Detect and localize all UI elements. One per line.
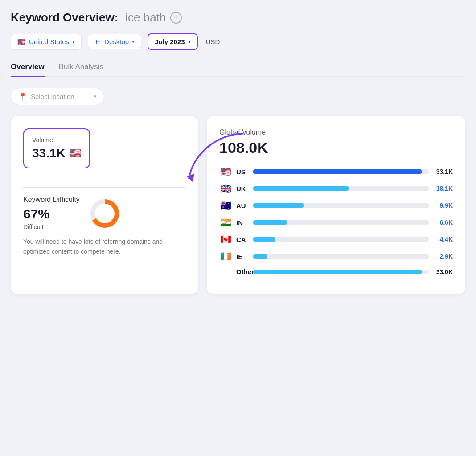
country-value-3: 6.6K <box>433 219 453 226</box>
toolbar: 🇺🇸 United States ▾ 🖥 Desktop ▾ July 2023… <box>11 33 465 50</box>
bar-fill-2 <box>253 203 304 208</box>
page-title: Keyword Overview: <box>11 11 118 25</box>
country-value-1: 18.1K <box>433 185 453 192</box>
page-header: Keyword Overview: ice bath + <box>11 11 465 25</box>
date-selector[interactable]: July 2023 ▾ <box>148 33 198 50</box>
add-keyword-button[interactable]: + <box>170 12 182 24</box>
tabs-bar: Overview Bulk Analysis <box>11 62 465 77</box>
country-flag-0: 🇺🇸 <box>219 166 232 177</box>
country-row: 🇮🇳 IN 6.6K <box>219 217 453 228</box>
keyword-text: ice bath <box>125 11 166 25</box>
volume-value: 33.1K 🇺🇸 <box>32 146 81 160</box>
global-volume-value: 108.0K <box>219 139 453 156</box>
kd-difficulty-label: Difficult <box>23 223 80 230</box>
device-label: Desktop <box>104 38 129 45</box>
bar-fill-4 <box>253 237 275 242</box>
device-chevron-icon: ▾ <box>132 39 135 45</box>
divider <box>23 187 185 188</box>
country-rows-container: 🇺🇸 US 33.1K 🇬🇧 UK 18.1K 🇦🇺 AU 9.9K 🇮🇳 IN <box>219 166 453 262</box>
country-row: 🇮🇪 IE 2.9K <box>219 251 453 262</box>
other-row: Other 33.0K <box>219 268 453 275</box>
other-label: Other <box>236 268 249 275</box>
bar-fill-5 <box>253 254 267 259</box>
svg-marker-0 <box>187 174 194 182</box>
country-flag-icon: 🇺🇸 <box>17 38 26 46</box>
country-code-0: US <box>236 168 249 176</box>
bar-track-0 <box>253 169 429 174</box>
country-value-5: 2.9K <box>433 253 453 260</box>
country-value-4: 4.4K <box>433 236 453 243</box>
country-label: United States <box>29 38 69 45</box>
kd-value: 67% <box>23 206 80 222</box>
country-code-1: UK <box>236 185 249 193</box>
bar-track-1 <box>253 186 429 191</box>
right-card: Global Volume 108.0K 🇺🇸 US 33.1K 🇬🇧 UK 1… <box>207 116 465 294</box>
country-selector[interactable]: 🇺🇸 United States ▾ <box>11 34 82 50</box>
currency-label: USD <box>206 38 220 45</box>
country-row: 🇺🇸 US 33.1K <box>219 166 453 177</box>
other-bar-fill <box>253 270 422 274</box>
country-code-2: AU <box>236 202 249 210</box>
volume-flag-icon: 🇺🇸 <box>69 148 81 159</box>
location-chevron-icon: ▾ <box>94 94 97 99</box>
volume-label: Volume <box>32 136 81 144</box>
location-placeholder: Select location <box>31 93 74 100</box>
country-flag-5: 🇮🇪 <box>219 251 232 262</box>
bar-fill-3 <box>253 220 287 225</box>
other-value: 33.0K <box>433 268 453 275</box>
kd-donut-chart <box>89 197 121 230</box>
country-flag-1: 🇬🇧 <box>219 183 232 194</box>
date-label: July 2023 <box>155 38 185 45</box>
cards-row: Volume 33.1K 🇺🇸 Keyword Difficulty 67% D… <box>11 116 465 294</box>
tab-overview[interactable]: Overview <box>11 62 45 77</box>
bar-fill-0 <box>253 169 422 174</box>
bar-track-3 <box>253 220 429 225</box>
volume-box: Volume 33.1K 🇺🇸 <box>23 128 90 168</box>
country-flag-3: 🇮🇳 <box>219 217 232 228</box>
country-value-0: 33.1K <box>433 168 453 175</box>
kd-section: Keyword Difficulty 67% Difficult <box>23 196 185 230</box>
date-chevron-icon: ▾ <box>188 39 191 45</box>
country-row: 🇨🇦 CA 4.4K <box>219 234 453 245</box>
country-chevron-icon: ▾ <box>72 39 75 45</box>
country-code-5: IE <box>236 253 249 260</box>
kd-description: You will need to have lots of referring … <box>23 237 185 257</box>
kd-text: Keyword Difficulty 67% Difficult <box>23 196 80 230</box>
country-flag-2: 🇦🇺 <box>219 200 232 211</box>
country-flag-4: 🇨🇦 <box>219 234 232 245</box>
kd-label: Keyword Difficulty <box>23 196 80 204</box>
other-bar-track <box>253 270 429 274</box>
pin-icon: 📍 <box>18 92 27 101</box>
country-code-4: CA <box>236 236 249 243</box>
country-row: 🇦🇺 AU 9.9K <box>219 200 453 211</box>
location-selector[interactable]: 📍 Select location ▾ <box>11 88 104 105</box>
country-value-2: 9.9K <box>433 202 453 209</box>
device-selector[interactable]: 🖥 Desktop ▾ <box>88 34 141 49</box>
bar-track-5 <box>253 254 429 259</box>
bar-track-4 <box>253 237 429 242</box>
country-code-3: IN <box>236 219 249 226</box>
global-volume-label: Global Volume <box>219 128 453 136</box>
volume-number: 33.1K <box>32 146 66 160</box>
left-card: Volume 33.1K 🇺🇸 Keyword Difficulty 67% D… <box>11 116 198 294</box>
country-row: 🇬🇧 UK 18.1K <box>219 183 453 194</box>
device-icon: 🖥 <box>94 38 101 45</box>
tab-bulk-analysis[interactable]: Bulk Analysis <box>59 62 103 77</box>
bar-fill-1 <box>253 186 349 191</box>
bar-track-2 <box>253 203 429 208</box>
